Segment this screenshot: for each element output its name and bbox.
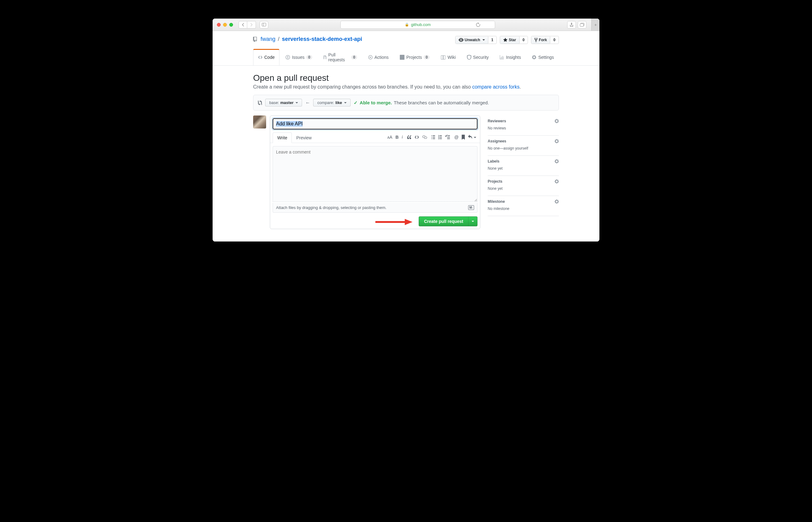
- tab-code[interactable]: Code: [253, 49, 279, 65]
- milestone-gear-button[interactable]: [555, 199, 559, 204]
- page-subtitle: Create a new pull request by comparing c…: [253, 84, 559, 90]
- url-bar[interactable]: 🔒 github.com: [340, 21, 495, 29]
- traffic-lights: [217, 23, 233, 27]
- maximize-window-button[interactable]: [229, 23, 233, 27]
- compare-forks-link[interactable]: compare across forks: [472, 84, 520, 89]
- markdown-icon[interactable]: M↓: [468, 205, 474, 210]
- annotation-arrow: [375, 219, 413, 225]
- task-list-button[interactable]: [445, 135, 450, 140]
- repo-icon: [253, 37, 258, 42]
- page-content: fwang / serverless-stack-demo-ext-api Un…: [213, 31, 599, 241]
- chevron-right-icon: [250, 23, 253, 27]
- create-pull-request-button[interactable]: Create pull request: [419, 216, 478, 226]
- repo-owner-link[interactable]: fwang: [261, 36, 275, 42]
- tabs-button[interactable]: [578, 21, 586, 28]
- svg-marker-6: [405, 219, 413, 225]
- projects-icon: [400, 55, 404, 60]
- mention-button[interactable]: @: [454, 135, 459, 140]
- close-window-button[interactable]: [217, 23, 221, 27]
- repo-actions: Unwatch 1 Star 0: [455, 36, 559, 44]
- tab-pull-requests[interactable]: Pull requests 0: [318, 49, 362, 65]
- heading-button[interactable]: AA: [388, 135, 392, 140]
- share-button[interactable]: [567, 21, 576, 28]
- reference-button[interactable]: [462, 135, 465, 140]
- caret-down-icon: [472, 221, 474, 222]
- attach-bar[interactable]: Attach files by dragging & dropping, sel…: [273, 203, 478, 213]
- tab-wiki[interactable]: Wiki: [436, 49, 460, 65]
- range-editor: base: master ← compare: like ✓ Able to m…: [253, 95, 559, 111]
- unwatch-button[interactable]: Unwatch 1: [455, 36, 497, 44]
- reviewers-gear-button[interactable]: [555, 119, 559, 123]
- pull-request-icon: [324, 55, 327, 60]
- pr-title-input[interactable]: [273, 118, 478, 129]
- caret-down-icon: [474, 137, 476, 138]
- link-button[interactable]: [422, 135, 427, 140]
- tab-security[interactable]: Security: [462, 49, 494, 65]
- new-tab-button[interactable]: +: [591, 19, 599, 31]
- tab-settings[interactable]: Settings: [527, 49, 559, 65]
- list-ul-icon: [431, 135, 435, 140]
- comment-textarea[interactable]: [273, 146, 478, 202]
- list-ol-icon: [438, 135, 442, 140]
- labels-section: Labels None yet: [488, 156, 559, 176]
- minimize-window-button[interactable]: [223, 23, 227, 27]
- pr-sidebar: Reviewers No reviews Assignees: [488, 116, 559, 229]
- milestone-section: Milestone No milestone: [488, 196, 559, 216]
- reload-icon[interactable]: [476, 22, 480, 27]
- repo-name-link[interactable]: serverless-stack-demo-ext-api: [282, 36, 362, 42]
- sidebar-toggle-button[interactable]: [259, 21, 268, 28]
- tasklist-icon: [445, 135, 450, 140]
- shield-icon: [467, 55, 471, 60]
- tab-insights[interactable]: Insights: [495, 49, 526, 65]
- preview-tab[interactable]: Preview: [292, 133, 316, 143]
- compare-branch-button[interactable]: compare: like: [313, 99, 351, 106]
- gear-icon: [555, 159, 559, 164]
- lock-icon: 🔒: [405, 23, 409, 27]
- assign-yourself-link[interactable]: assign yourself: [503, 146, 528, 150]
- browser-chrome: 🔒 github.com +: [213, 19, 599, 31]
- write-tab[interactable]: Write: [273, 133, 292, 143]
- link-icon: [422, 135, 427, 140]
- insights-icon: [500, 55, 504, 60]
- url-domain: github.com: [411, 22, 431, 27]
- base-branch-button[interactable]: base: master: [265, 99, 302, 106]
- reply-button[interactable]: [468, 135, 476, 140]
- projects-gear-button[interactable]: [555, 179, 559, 184]
- svg-rect-3: [580, 23, 584, 26]
- forward-button[interactable]: [247, 21, 256, 28]
- back-button[interactable]: [238, 21, 247, 28]
- editor-tabs: Write Preview AA B i: [270, 133, 480, 143]
- issues-icon: [286, 55, 290, 60]
- assignees-gear-button[interactable]: [555, 139, 559, 144]
- gear-icon: [555, 139, 559, 144]
- arrow-left-icon: ←: [305, 100, 310, 105]
- code-icon: [258, 55, 263, 60]
- caret-down-icon: [344, 102, 347, 103]
- bold-button[interactable]: B: [395, 135, 399, 140]
- repo-title: fwang / serverless-stack-demo-ext-api: [253, 36, 362, 42]
- ordered-list-button[interactable]: [438, 135, 442, 140]
- tab-projects[interactable]: Projects 0: [395, 49, 435, 65]
- unordered-list-button[interactable]: [431, 135, 435, 140]
- eye-icon: [459, 38, 463, 42]
- browser-window: 🔒 github.com + fwang /: [213, 19, 599, 241]
- avatar[interactable]: [253, 116, 266, 128]
- create-pr-dropdown-button[interactable]: [468, 217, 477, 226]
- star-button[interactable]: Star 0: [500, 36, 528, 44]
- tab-issues[interactable]: Issues 0: [281, 49, 317, 65]
- chevron-left-icon: [242, 23, 245, 27]
- star-icon: [503, 38, 507, 42]
- italic-button[interactable]: i: [402, 135, 403, 140]
- gear-icon: [532, 55, 536, 60]
- check-icon: ✓: [354, 100, 358, 105]
- labels-gear-button[interactable]: [555, 159, 559, 164]
- caret-down-icon: [295, 102, 298, 103]
- code-button[interactable]: [415, 135, 419, 140]
- fork-button[interactable]: Fork 0: [531, 36, 559, 44]
- code-icon: [415, 135, 419, 140]
- comment-box: Write Preview AA B i: [270, 116, 480, 229]
- tab-actions[interactable]: Actions: [363, 49, 394, 65]
- actions-icon: [368, 55, 373, 60]
- gear-icon: [555, 179, 559, 184]
- quote-button[interactable]: [407, 135, 412, 140]
